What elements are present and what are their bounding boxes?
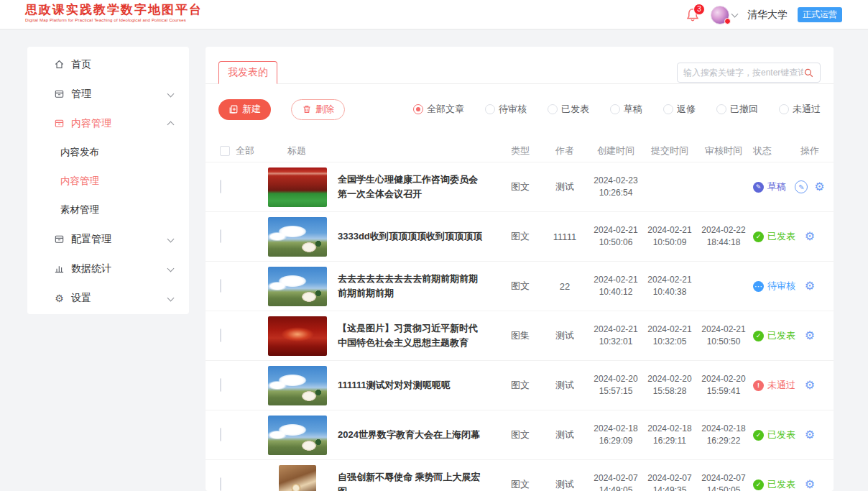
row-checkbox[interactable] [220,329,221,342]
created-clock: 10:32:01 [599,336,633,348]
row-settings-icon[interactable]: ⚙ [805,330,815,341]
table-row: 2024世界数字教育大会在上海闭幕 图文 测试 2024-02-18 16:29… [206,410,834,459]
new-button[interactable]: 新建 [218,99,271,120]
status-icon: ✓ [753,331,764,341]
row-settings-icon[interactable]: ⚙ [805,380,815,391]
status-label: 已发表 [767,230,795,243]
header-title: 标题 [254,144,499,157]
sidebar-item-data-stats[interactable]: 数据统计 [27,254,189,283]
sidebar-item-label: 数据统计 [71,262,111,275]
article-title[interactable]: 全国学生心理健康工作咨询委员会第一次全体会议召开 [338,173,486,201]
article-type: 图文 [499,379,542,392]
article-type: 图文 [499,478,542,491]
article-thumbnail [268,217,327,257]
chevron-down-icon [731,10,739,17]
user-menu[interactable] [711,6,737,24]
article-title[interactable]: 自强创新不辱使命 乘势而上大展宏图 [338,470,486,491]
status-badge: ✓ 已发表 [752,230,799,243]
sidebar-item-config-manage[interactable]: 配置管理 [27,224,189,254]
filter-published[interactable]: 已发表 [548,103,589,116]
sidebar-subitem-content-publish[interactable]: 内容发布 [27,138,189,167]
sidebar-item-manage[interactable]: 管理 [27,79,189,109]
created-time: 2024-02-21 10:50:06 [588,224,644,249]
article-title[interactable]: 3333dd收到顶顶顶顶收到顶顶顶顶 [338,229,482,244]
filter-label: 返修 [677,103,696,116]
new-document-icon [228,104,239,114]
search-input[interactable] [683,68,803,78]
table-row: 3333dd收到顶顶顶顶收到顶顶顶顶 图文 11111 2024-02-21 1… [206,211,834,261]
tab-my-published[interactable]: 我发表的 [218,61,277,84]
app-header: 思政课实践教学数字地图平台 Digital Map Platform for P… [0,0,868,29]
row-checkbox[interactable] [220,378,221,392]
reviewed-time: 2024-02-07 14:50:05 [696,472,752,491]
article-title[interactable]: 去去去去去去去去去前期前期前期前期前期前期 [338,272,486,300]
row-checkbox[interactable] [220,180,221,193]
radio-icon [610,104,620,114]
article-author: 测试 [542,180,588,193]
reviewed-time: 2024-02-18 16:29:22 [696,423,752,448]
delete-button-label: 删除 [315,103,334,116]
search-icon[interactable] [803,68,814,78]
box-icon [54,88,65,99]
created-date: 2024-02-21 [594,224,637,237]
article-title[interactable]: 【这是图片】习贯彻习近平新时代中国特色社会主义思想主题教育 [338,321,486,350]
notification-bell[interactable]: 3 [685,6,701,24]
sidebar-item-content-manage[interactable]: 内容管理 [27,109,189,138]
sidebar-item-label: 管理 [71,88,91,101]
table-row: 【这是图片】习贯彻习近平新时代中国特色社会主义思想主题教育 图集 测试 2024… [206,311,834,360]
select-all-checkbox[interactable] [220,146,230,156]
article-title[interactable]: 111111测试对对对测呃呃呃 [338,378,451,393]
created-clock: 14:49:05 [599,485,633,491]
main-panel: 我发表的 新建 删除 全部文章 [206,47,834,491]
toolbar: 新建 删除 全部文章 待审核 已发表 草稿 [206,98,834,120]
trash-icon [302,104,312,114]
env-badge: 正式运营 [798,7,842,22]
table-row: 自强创新不辱使命 乘势而上大展宏图 图文 测试 2024-02-07 14:49… [206,459,834,491]
created-date: 2024-02-18 [594,423,637,435]
sidebar-subitem-content-manage[interactable]: 内容管理 [27,167,189,196]
status-label: 草稿 [767,180,786,193]
filter-withdrawn[interactable]: 已撤回 [716,103,758,116]
reviewed-date: 2024-02-20 [701,373,745,385]
delete-button[interactable]: 删除 [291,99,345,120]
article-type: 图文 [499,180,542,193]
article-type: 图文 [499,428,542,441]
row-settings-icon[interactable]: ⚙ [805,280,815,292]
filter-label: 未通过 [793,103,821,116]
app-logo: 思政课实践教学数字地图平台 Digital Map Platform for P… [25,3,203,22]
notification-count-badge: 3 [693,4,705,15]
article-thumbnail [268,168,327,207]
created-clock: 16:29:09 [599,435,633,447]
row-checkbox[interactable] [220,229,221,243]
filter-all-articles[interactable]: 全部文章 [413,103,464,116]
status-label: 已发表 [767,478,795,491]
reviewed-time: 2024-02-20 15:59:41 [696,373,752,398]
row-settings-icon[interactable]: ⚙ [814,181,824,193]
row-checkbox[interactable] [220,477,221,491]
row-settings-icon[interactable]: ⚙ [805,231,815,242]
filter-rejected[interactable]: 未通过 [779,103,821,116]
filter-draft[interactable]: 草稿 [610,103,642,116]
radio-icon [485,104,495,114]
row-checkbox[interactable] [220,279,221,293]
row-settings-icon[interactable]: ⚙ [805,429,815,441]
filter-pending-review[interactable]: 待审核 [485,103,527,116]
edit-icon[interactable]: ✎ [795,180,808,193]
row-checkbox[interactable] [220,428,221,441]
sidebar-item-settings[interactable]: ⚙ 设置 [27,283,189,313]
app-title: 思政课实践教学数字地图平台 [25,3,203,17]
sidebar-item-home[interactable]: 首页 [27,50,189,79]
status-label: 待审核 [767,280,795,293]
header-created: 创建时间 [588,144,644,157]
filter-revision[interactable]: 返修 [663,103,696,116]
select-all-label: 全部 [236,144,254,157]
table-header: 全部 标题 类型 作者 创建时间 提交时间 审核时间 状态 操作 [206,140,834,162]
sidebar-subitem-material-manage[interactable]: 素材管理 [27,196,189,224]
article-title[interactable]: 2024世界数字教育大会在上海闭幕 [338,428,480,442]
chart-icon [54,263,65,274]
created-time: 2024-02-21 10:40:12 [588,274,644,299]
submitted-clock: 10:40:38 [653,286,687,298]
submitted-clock: 10:32:05 [653,336,687,348]
sidebar: 首页 管理 内容管理 内容发布 内容管理 素材管理 配置管理 数据统计 [27,47,189,314]
row-settings-icon[interactable]: ⚙ [805,479,815,490]
